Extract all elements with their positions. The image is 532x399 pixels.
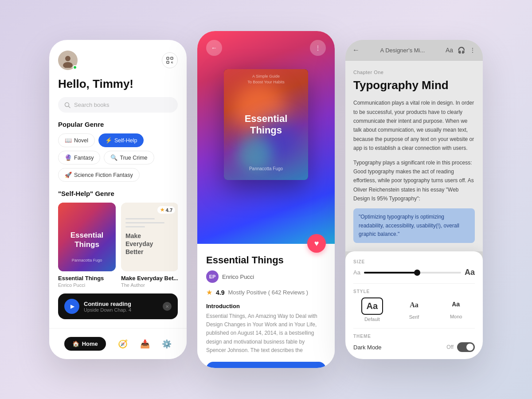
theme-row: Dark Mode Off (353, 342, 475, 352)
font-size-label: Aa (446, 47, 453, 54)
content-paragraph-1: Communication plays a vital role in desi… (353, 98, 475, 153)
genre-label-novel: Novel (74, 137, 88, 144)
genre-tag-scifi[interactable]: 🚀 Science Fiction Fantasy (58, 168, 140, 182)
genre-label-scifi: Science Fiction Fantasy (74, 172, 133, 178)
greeting-text: Hello, Timmy! (58, 77, 178, 91)
font-size-large-label: Aa (465, 268, 475, 277)
home-icon: 🏠 (72, 340, 79, 347)
genre-tags-container: 📖 Novel ⚡ Self-Help 🔮 Fantasy 🔍 True Cri… (58, 133, 178, 182)
book-cover-hero: A Simple GuideTo Boost Your Habits Essen… (224, 69, 308, 180)
toast-title: Continue reading (84, 301, 158, 307)
reader-content: Chapter One Typography Mind Communicatio… (345, 61, 483, 251)
star-icon-2: ★ (160, 207, 164, 213)
font-size-row: Aa Aa (353, 268, 475, 277)
back-button-detail[interactable]: ← (206, 40, 222, 56)
genre-tag-truecrime[interactable]: 🔍 True Crime (104, 151, 154, 164)
svg-point-0 (65, 56, 70, 61)
style-section-label: STYLE (353, 289, 475, 294)
screen-reader: ← A Designer's Mi... Aa 🎧 ⋮ Chapter One … (345, 40, 483, 359)
detail-topbar: ← ⋮ (197, 31, 335, 65)
rating-row: ★ 4.9 Mostly Positive ( 642 Reviews ) (206, 288, 326, 297)
book-cover-container: A Simple GuideTo Boost Your Habits Essen… (197, 65, 335, 180)
theme-section-label: THEME (353, 334, 475, 339)
book-author-everyday: The Author (121, 282, 178, 288)
content-paragraph-2: Typography plays a significant role in t… (353, 158, 475, 203)
play-button[interactable] (64, 299, 79, 314)
style-serif-option[interactable]: Aa Serif (395, 297, 433, 322)
svg-rect-5 (171, 62, 172, 63)
toggle-state-label: Off (446, 344, 454, 350)
hero-book-subtitle: Pannacotta Fugo (224, 166, 308, 171)
book-author-essential: Enrico Pucci (58, 282, 116, 288)
style-default-option[interactable]: Aa Default (353, 297, 391, 322)
style-mono-option[interactable]: Aa Mono (437, 297, 475, 322)
intro-text: Essential Things, An Amazing Way to Deal… (206, 312, 326, 355)
svg-point-1 (63, 62, 73, 68)
books-grid: ★ 4.9 EssentialThings Pannacotta Fugo Es… (58, 203, 178, 288)
book-card-essential[interactable]: ★ 4.9 EssentialThings Pannacotta Fugo Es… (58, 203, 116, 288)
svg-rect-4 (167, 61, 169, 63)
scan-button[interactable] (162, 52, 178, 68)
genre-tag-novel[interactable]: 📖 Novel (58, 133, 95, 147)
home-label: Home (82, 340, 98, 347)
dark-mode-label: Dark Mode (353, 344, 382, 351)
font-size-small-label: Aa (353, 269, 360, 276)
chapter-title: Typography Mind (353, 78, 475, 92)
continue-reading-toast[interactable]: Continue reading Upside Down Chap. 4 ✕ (58, 293, 178, 319)
reader-topbar: ← A Designer's Mi... Aa 🎧 ⋮ (345, 40, 483, 61)
inbox-icon[interactable]: 📥 (140, 339, 150, 349)
online-indicator (73, 65, 77, 70)
rating-number: 4.9 (216, 289, 224, 296)
popular-genre-label: Popular Genre (58, 121, 178, 128)
dark-mode-toggle[interactable] (457, 342, 475, 352)
svg-rect-3 (171, 57, 173, 59)
style-mono-label: Mono (450, 314, 462, 319)
author-name: Enrico Pucci (222, 274, 254, 280)
book-detail-title: Essential Things (206, 254, 326, 266)
home-header (58, 51, 178, 70)
more-options-button[interactable]: ⋮ (310, 40, 326, 56)
rating-label: Mostly Positive ( 642 Reviews ) (228, 289, 308, 296)
search-bar[interactable]: Search books (58, 97, 178, 113)
book-detail-content: Essential Things EP Enrico Pucci ★ 4.9 M… (197, 244, 335, 368)
start-reading-button[interactable]: Start reading (206, 362, 326, 368)
font-size-slider[interactable] (364, 272, 461, 274)
screen-book-detail: ← ⋮ A Simple GuideTo Boost Your Habits E… (197, 31, 335, 368)
size-section-label: SIZE (353, 259, 475, 264)
genre-label-selfhelp: Self-Help (114, 137, 137, 144)
style-serif-label: Serif (409, 314, 419, 320)
author-row: EP Enrico Pucci (206, 270, 326, 283)
screen-home: Hello, Timmy! Search books Popular Genre… (49, 40, 187, 359)
book-cover-essential: ★ 4.9 EssentialThings Pannacotta Fugo (58, 203, 116, 271)
truecrime-icon: 🔍 (110, 154, 117, 161)
explore-icon[interactable]: 🧭 (118, 339, 128, 349)
font-style-row: Aa Default Aa Serif Aa Mono (353, 297, 475, 322)
reader-topbar-icons: Aa 🎧 ⋮ (446, 47, 476, 54)
genre-tag-selfhelp[interactable]: ⚡ Self-Help (98, 133, 144, 147)
toast-subtitle: Upside Down Chap. 4 (84, 307, 158, 313)
genre-tag-fantasy[interactable]: 🔮 Fantasy (58, 151, 100, 164)
favorite-button[interactable]: ♥ (307, 234, 326, 253)
book-hero-section: ← ⋮ A Simple GuideTo Boost Your Habits E… (197, 31, 335, 244)
reader-back-button[interactable]: ← (352, 46, 360, 54)
selfhelp-icon: ⚡ (105, 137, 112, 144)
reader-settings-panel: SIZE Aa Aa STYLE Aa Default Aa Serif Aa … (345, 251, 483, 359)
toggle-knob (466, 344, 473, 351)
headphones-icon[interactable]: 🎧 (458, 47, 465, 54)
style-mono-preview: Aa (447, 297, 466, 312)
scifi-icon: 🚀 (65, 172, 72, 178)
genre-label-fantasy: Fantasy (74, 155, 94, 161)
nav-home-button[interactable]: 🏠 Home (64, 337, 106, 351)
settings-icon[interactable]: ⚙️ (162, 339, 172, 349)
book-title-essential: Essential Things (58, 275, 116, 282)
toggle-row: Off (446, 342, 475, 352)
book-title-everyday: Make Everyday Bet... (121, 275, 178, 282)
selfhelp-genre-section-label: "Self-Help" Genre (58, 190, 178, 197)
user-avatar[interactable] (58, 51, 78, 70)
svg-line-9 (69, 106, 70, 108)
book-card-everyday[interactable]: ★ 4.7 MakeEverydayBetter Make Everyday B… (121, 203, 178, 288)
hero-book-title: Essential Things (245, 113, 288, 137)
reader-more-icon[interactable]: ⋮ (469, 47, 476, 54)
toast-close-button[interactable]: ✕ (163, 302, 172, 311)
genre-label-truecrime: True Crime (120, 155, 147, 161)
